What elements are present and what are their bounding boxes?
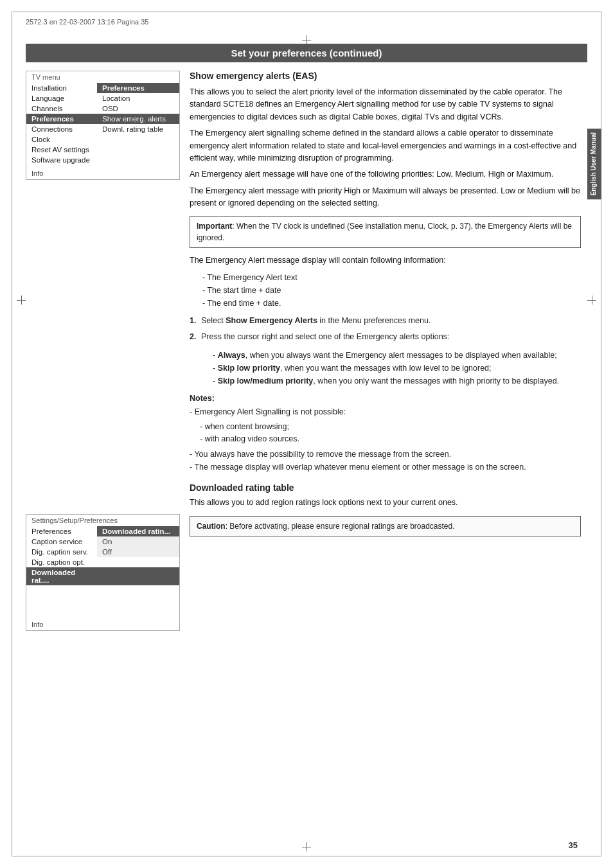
menu-cell-reset-av: Reset AV settings (26, 145, 97, 155)
section1-para1: This allows you to select the alert prio… (190, 86, 581, 123)
section2-title: Downloaded rating table (190, 483, 581, 493)
crosshair-bottom (302, 842, 311, 851)
settings-cell-dig-caption-opt: Dig. caption opt. (26, 557, 97, 567)
settings-row-downloaded-rat[interactable]: Downloaded rat.... (26, 567, 179, 585)
info-bullet-3: The end time + date. (202, 297, 581, 310)
settings-row-empty1 (26, 585, 179, 596)
note-sub-2: - with analog video sources. (200, 433, 581, 445)
menu-row-connections[interactable]: Connections Downl. rating table (26, 124, 179, 134)
note-1: Emergency Alert Signalling is not possib… (190, 405, 581, 418)
menu-cell-downl-rating: Downl. rating table (97, 124, 179, 134)
section1-para2: The Emergency alert signalling scheme de… (190, 127, 581, 164)
left-column: TV menu Installation Preferences Languag… (26, 71, 180, 631)
page-border-left (12, 12, 12, 856)
right-column: Show emergency alerts (EAS) This allows … (190, 71, 581, 543)
notes-section: Notes: Emergency Alert Signalling is not… (190, 394, 581, 474)
settings-cell-downloaded-rat-right (97, 567, 179, 585)
menu-cell-reset-av-right (97, 145, 179, 155)
menu-cell-installation: Installation (26, 83, 97, 93)
settings-cell-downloaded-ratin: Downloaded ratin... (97, 526, 179, 536)
settings-menu-header: Settings/Setup/Preferences (26, 515, 179, 526)
step-2-num: 2. (190, 331, 201, 343)
menu-cell-clock-right (97, 134, 179, 145)
menu-cell-connections: Connections (26, 124, 97, 134)
step-1-num: 1. (190, 315, 201, 327)
menu-cell-clock: Clock (26, 134, 97, 145)
menu-row-software-upgrade[interactable]: Software upgrade (26, 155, 179, 165)
menu-cell-osd: OSD (97, 103, 179, 114)
content-area: TV menu Installation Preferences Languag… (26, 71, 581, 842)
note-3: The message display will overlap whateve… (190, 461, 581, 474)
tv-menu-box: TV menu Installation Preferences Languag… (26, 71, 180, 180)
menu-cell-preferences-left: Preferences (26, 114, 97, 124)
note-sub-1: - when content browsing; (200, 421, 581, 433)
settings-row-dig-caption-opt[interactable]: Dig. caption opt. (26, 557, 179, 567)
menu-row-clock[interactable]: Clock (26, 134, 179, 145)
settings-row-preferences[interactable]: Preferences Downloaded ratin... (26, 526, 179, 536)
menu-row-language[interactable]: Language Location (26, 93, 179, 103)
settings-cell-caption: Caption service (26, 536, 97, 547)
step-2: 2. Press the cursor right and select one… (190, 331, 581, 343)
note-sub-items: - when content browsing; - with analog v… (200, 421, 581, 446)
step-2-text: Press the cursor right and select one of… (201, 331, 449, 343)
menu-cell-language: Language (26, 93, 97, 103)
step-1: 1. Select Show Emergency Alerts in the M… (190, 315, 581, 327)
menu-info-row: Info (26, 168, 179, 179)
settings-cell-dig-caption-serv: Dig. caption serv. (26, 547, 97, 557)
menu-row-installation[interactable]: Installation Preferences (26, 83, 179, 93)
menu-row-preferences[interactable]: Preferences Show emerg. alerts (26, 114, 179, 124)
settings-row-dig-caption-serv[interactable]: Dig. caption serv. Off (26, 547, 179, 557)
crosshair-left (17, 296, 26, 305)
section1-para3: An Emergency alert message will have one… (190, 168, 581, 181)
menu-cell-channels: Channels (26, 103, 97, 114)
numbered-steps: 1. Select Show Emergency Alerts in the M… (190, 315, 581, 344)
options-list: Always, when you always want the Emergen… (213, 349, 581, 387)
settings-cell-on: On (97, 536, 179, 547)
notes-title: Notes: (190, 394, 581, 403)
notes-list: Emergency Alert Signalling is not possib… (190, 405, 581, 418)
header-meta: 2572.3 en 22-03-2007 13:16 Pagina 35 (26, 18, 148, 26)
settings-cell-dig-caption-opt-right (97, 557, 179, 567)
section2-para: This allows you to add region ratings lo… (190, 497, 581, 509)
menu-cell-software-upgrade-right (97, 155, 179, 165)
step-1-text: Select Show Emergency Alerts in the Menu… (201, 315, 431, 327)
note-2: You always have the possibility to remov… (190, 448, 581, 461)
important-label: Important (197, 222, 232, 231)
settings-row-caption[interactable]: Caption service On (26, 536, 179, 547)
info-bullet-2: The start time + date (202, 284, 581, 297)
important-text: : When the TV clock is undefined (See in… (197, 222, 572, 242)
page-border-top (12, 12, 601, 12)
section1-title: Show emergency alerts (EAS) (190, 71, 581, 81)
notes-list-2: You always have the possibility to remov… (190, 448, 581, 474)
menu-cell-show-emerg: Show emerg. alerts (97, 114, 179, 124)
page-number: 35 (569, 840, 578, 850)
page-title: Set your preferences (continued) (26, 44, 587, 62)
menu-cell-preferences: Preferences (97, 83, 179, 93)
settings-cell-downloaded-rat: Downloaded rat.... (26, 567, 97, 585)
menu-row-channels[interactable]: Channels OSD (26, 103, 179, 114)
info-bullet-1: The Emergency Alert text (202, 271, 581, 284)
caution-text: : Before activating, please ensure regio… (226, 522, 455, 531)
important-box: Important: When the TV clock is undefine… (190, 216, 581, 248)
menu-cell-software-upgrade: Software upgrade (26, 155, 97, 165)
caution-label: Caution (197, 522, 226, 531)
settings-cell-preferences: Preferences (26, 526, 97, 536)
menu-row-reset-av[interactable]: Reset AV settings (26, 145, 179, 155)
option-skip-low: Skip low priority, when you want the mes… (213, 362, 581, 375)
caution-box: Caution: Before activating, please ensur… (190, 516, 581, 536)
option-always: Always, when you always want the Emergen… (213, 349, 581, 362)
settings-info-row: Info (26, 619, 179, 630)
tv-menu-header: TV menu (26, 71, 179, 83)
settings-menu-box: Settings/Setup/Preferences Preferences D… (26, 514, 180, 631)
crosshair-right (587, 296, 596, 305)
english-tab: English User Manual (587, 128, 601, 199)
settings-row-empty3 (26, 606, 179, 616)
info-bullets: The Emergency Alert text The start time … (202, 271, 581, 310)
crosshair-top (302, 35, 311, 44)
settings-row-empty2 (26, 596, 179, 606)
page-border-bottom (12, 856, 601, 856)
section1-para4: The Emergency alert message with priorit… (190, 185, 581, 210)
menu-cell-location: Location (97, 93, 179, 103)
settings-cell-off: Off (97, 547, 179, 557)
option-skip-low-medium: Skip low/medium priority, when you only … (213, 375, 581, 387)
